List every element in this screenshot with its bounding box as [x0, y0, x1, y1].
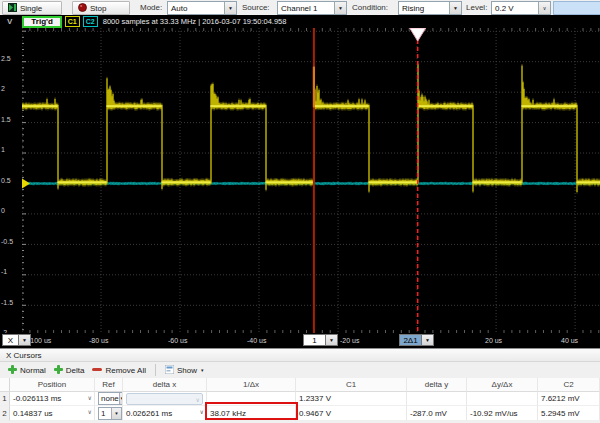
show-menu-button[interactable]: Show ▾ — [161, 363, 208, 377]
ref-value: 1 — [99, 408, 111, 419]
col-inv-dx: 1/Δx — [207, 378, 296, 392]
add-delta-cursor-button[interactable]: Delta — [50, 363, 89, 377]
table-header-row: Position Ref delta x 1/Δx C1 delta y Δy/… — [0, 378, 600, 392]
chevron-down-icon: ∨ — [196, 396, 200, 403]
position-combo[interactable]: -0.026113 ms ∨ — [10, 392, 95, 406]
inv-dx-cell — [207, 392, 296, 406]
x-axis-selector-value: X — [2, 334, 19, 346]
level-value: 0.2 V — [492, 2, 538, 14]
chevron-down-icon: ▼ — [449, 2, 461, 14]
mode-value: Auto — [168, 2, 224, 14]
ref-value: none — [99, 393, 119, 404]
trace-c1[interactable] — [22, 64, 600, 192]
chevron-down-icon: ▼ — [422, 334, 434, 346]
waveform-display[interactable] — [22, 28, 600, 333]
x-tick-label: 40 us — [561, 337, 578, 344]
toolbar-highlight-area — [553, 1, 600, 15]
condition-label: Condition: — [352, 3, 388, 12]
row-number: 1 — [0, 392, 10, 406]
col-delta-y: delta y — [407, 378, 467, 392]
chevron-down-icon: ▼ — [334, 2, 346, 14]
minus-icon — [92, 365, 102, 376]
col-c1: C1 — [296, 378, 407, 392]
condition-value: Rising — [399, 2, 449, 14]
scope-plot-area: 2.5 2 1.5 1 0.5 0 -0.5 -1 -1.5 -2 -2.5 — [0, 28, 600, 333]
c2-value-cell: 5.2945 mV — [538, 406, 600, 421]
x-tick-label: -100 us — [28, 337, 51, 344]
chevron-down-icon: ∨ — [538, 2, 550, 14]
y-tick-label: 2 — [1, 85, 21, 92]
x-cursors-panel: X Cursors Normal Delta Remove All — [0, 348, 600, 423]
mode-label: Mode: — [140, 3, 162, 12]
col-dy-dx: Δy/Δx — [467, 378, 538, 392]
x-tick-label: -80 us — [89, 337, 108, 344]
condition-select[interactable]: Rising ▼ — [398, 1, 462, 15]
mode-select[interactable]: Auto ▼ — [167, 1, 237, 15]
x-axis-bar: X ▼ -100 us -80 us -60 us -40 us -20 us … — [0, 333, 600, 348]
single-button-label: Single — [20, 4, 42, 13]
y-tick-label: 0.5 — [1, 177, 21, 184]
col-c2: C2 — [538, 378, 600, 392]
position-value: -0.026113 ms — [13, 394, 61, 403]
stop-icon — [78, 3, 87, 14]
level-combo[interactable]: 0.2 V ∨ — [491, 1, 551, 15]
cursor1-selector[interactable]: 1 ▼ — [303, 334, 338, 346]
dy-dx-cell: -10.92 mV/us — [467, 406, 538, 421]
main-toolbar: Single Stop Mode: Auto ▼ Source: Channel… — [0, 0, 600, 16]
c2-value-cell: 7.6212 mV — [538, 392, 600, 406]
y-tick-label: 2.5 — [1, 55, 21, 62]
show-label: Show — [177, 366, 197, 375]
y-tick-label: 1 — [1, 146, 21, 153]
x-tick-label: -40 us — [247, 337, 266, 344]
chevron-down-icon: ∨ — [88, 394, 92, 401]
source-select[interactable]: Channel 1 ▼ — [277, 1, 347, 15]
chevron-down-icon: ▼ — [111, 408, 121, 419]
delta-x-value: 0.026261 ms — [126, 409, 172, 418]
stop-button-label: Stop — [90, 4, 106, 13]
channel1-ground-marker-icon[interactable] — [22, 179, 30, 189]
toolbar-separator — [155, 364, 156, 376]
col-position: Position — [10, 378, 95, 392]
y-tick-label: -1 — [1, 268, 21, 275]
trace-c1-glow — [22, 63, 600, 194]
x-tick-label: 20 us — [485, 337, 502, 344]
x-cursors-panel-title: X Cursors — [0, 349, 600, 362]
chevron-down-icon: ∨ — [200, 408, 204, 415]
channel2-badge[interactable]: C2 — [83, 16, 98, 27]
y-tick-label: 1.5 — [1, 116, 21, 123]
source-label: Source: — [242, 3, 270, 12]
position-value: 0.14837 us — [13, 409, 53, 418]
position-combo[interactable]: 0.14837 us ∨ — [10, 406, 95, 421]
ref-combo[interactable]: none▼ — [95, 392, 123, 406]
add-normal-cursor-button[interactable]: Normal — [4, 363, 50, 377]
show-columns-icon — [165, 365, 174, 376]
cursor-row-2: 2 0.14837 us ∨ 1▼ 0.026261 ms ∨ 38.07 kH… — [0, 406, 600, 421]
delta-x-combo[interactable]: 0.026261 ms ∨ — [123, 406, 207, 421]
y-axis-unit-label: V — [7, 17, 12, 26]
ref-combo[interactable]: 1▼ — [95, 406, 123, 421]
plus-icon — [54, 365, 63, 376]
row-number-header — [0, 378, 10, 392]
single-button[interactable]: Single — [2, 1, 62, 15]
c1-value-cell: 0.9467 V — [296, 406, 407, 421]
col-delta-x: delta x — [123, 378, 207, 392]
cursor-row-1: 1 -0.026113 ms ∨ none▼ ∨ 1.2337 V 7.6212… — [0, 392, 600, 406]
add-delta-label: Delta — [66, 366, 85, 375]
y-tick-label: 0 — [1, 207, 21, 214]
capture-status-bar: V Trig'd C1 C2 8000 samples at 33.33 MHz… — [0, 15, 600, 28]
cursor2-top-marker-icon[interactable] — [410, 28, 426, 41]
dy-dx-cell — [467, 392, 538, 406]
x-axis-selector[interactable]: X ▼ — [2, 334, 31, 346]
level-label: Level: — [466, 3, 487, 12]
cursor-table: Position Ref delta x 1/Δx C1 delta y Δy/… — [0, 378, 600, 421]
remove-all-cursors-button[interactable]: Remove All — [88, 363, 149, 377]
stop-button[interactable]: Stop — [72, 1, 130, 15]
source-value: Channel 1 — [278, 2, 334, 14]
single-capture-icon — [8, 3, 17, 14]
channel1-badge[interactable]: C1 — [65, 16, 80, 27]
y-tick-label: -1.5 — [1, 299, 21, 306]
cursor2-selector[interactable]: 2Δ1 ▼ — [399, 334, 434, 346]
x-tick-label: -60 us — [168, 337, 187, 344]
chevron-down-icon: ▼ — [224, 2, 236, 14]
delta-y-cell: -287.0 mV — [407, 406, 467, 421]
